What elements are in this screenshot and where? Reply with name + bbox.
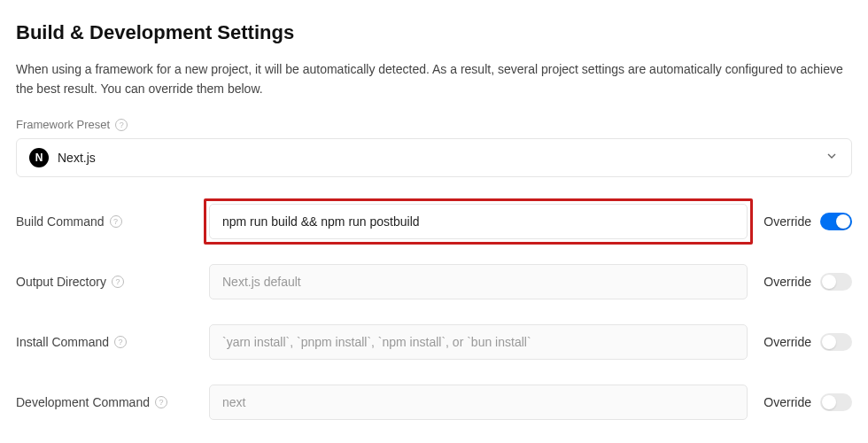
override-label: Override — [763, 275, 811, 289]
development-command-label-text: Development Command — [16, 395, 150, 409]
help-icon[interactable]: ? — [114, 336, 127, 348]
framework-preset-label: Framework Preset ? — [16, 118, 852, 131]
help-icon[interactable]: ? — [112, 276, 124, 288]
install-command-label: Install Command ? — [16, 335, 202, 349]
nextjs-icon: N — [29, 148, 49, 167]
framework-preset-label-text: Framework Preset — [16, 118, 110, 131]
build-command-label-text: Build Command — [16, 214, 105, 229]
build-command-label: Build Command ? — [16, 214, 202, 229]
override-label: Override — [763, 214, 811, 229]
help-icon[interactable]: ? — [115, 119, 128, 131]
output-directory-input — [209, 264, 748, 299]
chevron-down-icon — [825, 149, 839, 167]
override-label: Override — [763, 335, 811, 349]
framework-preset-select[interactable]: N Next.js — [16, 138, 852, 177]
development-command-label: Development Command ? — [16, 395, 202, 409]
build-command-row: Build Command ? Override — [16, 204, 852, 239]
output-directory-label: Output Directory ? — [16, 275, 202, 289]
page-description: When using a framework for a new project… — [16, 60, 852, 98]
override-label: Override — [763, 395, 811, 409]
install-command-label-text: Install Command — [16, 335, 109, 349]
development-command-input — [209, 385, 748, 420]
output-directory-override-toggle[interactable] — [820, 273, 852, 291]
build-command-input[interactable] — [209, 204, 748, 239]
development-command-row: Development Command ? Override — [16, 385, 852, 420]
help-icon[interactable]: ? — [155, 396, 167, 408]
framework-preset-value: Next.js — [58, 151, 96, 165]
output-directory-row: Output Directory ? Override — [16, 264, 852, 299]
install-command-input — [209, 324, 748, 360]
help-icon[interactable]: ? — [110, 215, 122, 228]
development-command-override-toggle[interactable] — [820, 393, 852, 411]
install-command-override-toggle[interactable] — [820, 333, 852, 351]
page-title: Build & Development Settings — [16, 21, 852, 44]
install-command-row: Install Command ? Override — [16, 324, 852, 360]
build-command-override-toggle[interactable] — [820, 213, 852, 230]
output-directory-label-text: Output Directory — [16, 275, 106, 289]
